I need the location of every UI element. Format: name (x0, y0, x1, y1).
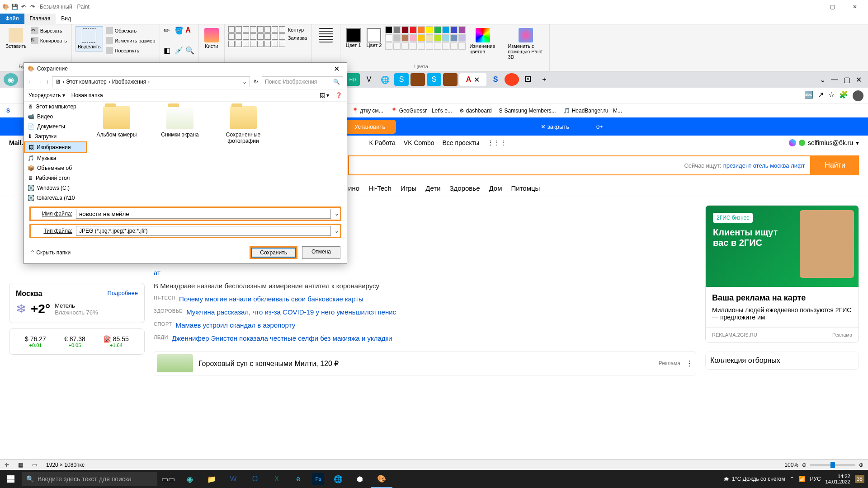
help-icon[interactable]: ❓ (335, 92, 342, 99)
find-button[interactable]: Найти (811, 155, 859, 175)
language-indicator[interactable]: РУС (810, 476, 821, 482)
dialog-file-list[interactable]: Альбом камеры Снимки экрана Сохраненные … (87, 102, 347, 203)
fill-button[interactable]: Заливка (287, 34, 308, 42)
chevron-down-icon[interactable]: ⌄ (335, 211, 339, 217)
chevron-down-icon[interactable]: ⌄ (335, 228, 339, 234)
edge-icon[interactable]: ◉ (179, 470, 201, 488)
filetype-select[interactable]: JPEG (*.jpg;*.jpeg;*.jpe;*.jfif) (76, 226, 331, 236)
new-folder-button[interactable]: Новая папка (71, 92, 103, 99)
food-title[interactable]: Гороховый суп с копчеными Милти, 120 ₽ (198, 359, 339, 368)
cut-button[interactable]: ✂Вырезать (30, 26, 68, 35)
notifications-button[interactable]: 38 (855, 475, 864, 483)
avatar-icon[interactable] (853, 90, 863, 101)
browser-tab-active[interactable]: A ✕ (459, 73, 486, 86)
brushes-button[interactable]: Кисти (203, 26, 221, 51)
weather-more[interactable]: Подробнее (108, 290, 138, 298)
sidebar-item-network[interactable]: 💽tokareva.a (\\10 (24, 193, 87, 203)
bookmark[interactable]: 📍 GeoGuessr - Let's e... (391, 108, 452, 114)
user-menu[interactable]: selfimius@бk.ru ▾ (789, 139, 859, 146)
paste-button[interactable]: Вставить (4, 26, 28, 51)
pencil-icon[interactable]: ✏ (164, 26, 173, 35)
folder-item[interactable]: Снимки экрана (155, 106, 205, 138)
search-input[interactable]: Сейчас ищут: президент отель москва лифт (348, 155, 811, 175)
browser-tab[interactable]: S (427, 73, 441, 86)
taskbar-weather[interactable]: 🌧 1°C Дождь со снегом (724, 476, 785, 482)
nav-item[interactable]: VK Combo (404, 139, 434, 146)
sidebar-item-desktop[interactable]: 🖥Рабочий стол (24, 173, 87, 183)
category-item[interactable]: Дом (489, 184, 502, 192)
cancel-button[interactable]: Отмена (302, 246, 340, 259)
category-item[interactable]: ино (348, 184, 359, 192)
outline-button[interactable]: Контур (287, 26, 308, 33)
organize-button[interactable]: Упорядочить ▾ (28, 92, 65, 99)
browser-tab[interactable]: 🖼 (521, 73, 535, 86)
select-button[interactable]: Выделить (75, 26, 103, 52)
copy-button[interactable]: ⎘Копировать (30, 36, 68, 45)
maximize-button[interactable]: ▢ (826, 2, 839, 11)
share-icon[interactable]: ↗ (818, 90, 824, 101)
photoshop-icon[interactable]: Ps (312, 473, 324, 485)
chevron-down-icon[interactable]: ⌄ (820, 75, 826, 84)
browser-tab[interactable]: HD (345, 73, 360, 86)
browser-tab[interactable]: V (362, 73, 376, 86)
category-item[interactable]: Игры (401, 184, 416, 192)
collection-widget[interactable]: Коллекция отборных (705, 352, 859, 370)
color2-button[interactable]: Цвет 2 (365, 26, 384, 50)
start-button[interactable] (0, 470, 22, 488)
filename-input[interactable] (76, 209, 331, 219)
bookmark[interactable]: ⚙ dashboard (459, 108, 492, 114)
undo-icon[interactable]: ↶ (20, 3, 27, 10)
sidebar-item-video[interactable]: 📹Видео (24, 112, 87, 122)
folder-item[interactable]: Сохраненные фотографии (218, 106, 268, 144)
color1-button[interactable]: Цвет 1 (344, 26, 363, 50)
back-icon[interactable]: ← (28, 79, 33, 85)
view-icon[interactable]: 🖼 ▾ (320, 92, 329, 99)
zoom-icon[interactable]: 🔍 (185, 46, 194, 55)
tray-chevron-icon[interactable]: ⌃ (790, 476, 794, 482)
app-icon[interactable]: ⬢ (349, 470, 371, 488)
up-icon[interactable]: ↑ (46, 79, 48, 85)
translate-icon[interactable]: 🔤 (804, 90, 813, 101)
sidebar-item-downloads[interactable]: ⬇Загрузки (24, 131, 87, 141)
color-palette[interactable] (385, 26, 466, 50)
browser-tab[interactable]: S (488, 73, 503, 86)
dialog-search[interactable]: Поиск: Изображения 🔍 (262, 76, 343, 87)
excel-icon[interactable]: X (266, 470, 288, 488)
dialog-close-button[interactable]: ✕ (330, 65, 343, 73)
zoom-in-button[interactable]: ⊕ (859, 462, 863, 468)
paint-taskbar-icon[interactable]: 🎨 (371, 470, 392, 488)
edit-colors-button[interactable]: Изменение цветов (467, 26, 498, 56)
folder-item[interactable]: Альбом камеры (92, 106, 142, 138)
browser-tab[interactable]: 🌐 (378, 73, 392, 86)
outlook-icon[interactable]: O (244, 470, 266, 488)
news-link[interactable]: Дженнифер Энистон показала честные селфи… (172, 334, 392, 342)
tab-view[interactable]: Вид (56, 14, 76, 24)
eraser-icon[interactable]: ◧ (164, 46, 173, 55)
install-button[interactable]: Установить (344, 120, 396, 134)
sidebar-item-music[interactable]: 🎵Музыка (24, 153, 87, 163)
redo-icon[interactable]: ↷ (29, 3, 36, 10)
finance-widget[interactable]: $ 76.27+0.01 € 87.38+0.05 ⛽ 85.55+1.64 (9, 328, 145, 355)
tab-file[interactable]: Файл (0, 14, 24, 24)
shapes-gallery[interactable] (228, 26, 285, 47)
resize-button[interactable]: Изменить размер (105, 36, 156, 45)
category-item[interactable]: Питомцы (511, 184, 540, 192)
sidebar-item-docs[interactable]: 📄Документы (24, 122, 87, 131)
browser-tab[interactable] (505, 73, 519, 86)
browser-close[interactable]: ✕ (856, 75, 862, 84)
browser-tab[interactable] (443, 73, 458, 86)
chrome-icon[interactable]: 🌐 (327, 470, 349, 488)
hide-folders-button[interactable]: ⌃ Скрыть папки (30, 249, 71, 256)
news-link[interactable]: Мамаев устроил скандал в аэропорту (175, 321, 295, 329)
browser-minimize[interactable]: — (831, 75, 838, 84)
category-item[interactable]: Здоровье (450, 184, 480, 192)
category-item[interactable]: Hi-Tech (368, 184, 392, 192)
ad-unit[interactable]: 2ГИС бизнес Клиенты ищут вас в 2ГИС Ваша… (705, 205, 859, 343)
picker-icon[interactable]: 💉 (175, 46, 184, 55)
taskbar-clock[interactable]: 14:22 14.01.2022 (826, 474, 850, 484)
category-item[interactable]: Дети (425, 184, 440, 192)
taskbar-search[interactable]: 🔍 Введите здесь текст для поиска (22, 472, 157, 486)
thickness-button[interactable] (316, 26, 336, 45)
save-button[interactable]: Сохранить (250, 246, 297, 259)
more-icon[interactable]: ⋮ (686, 359, 693, 368)
